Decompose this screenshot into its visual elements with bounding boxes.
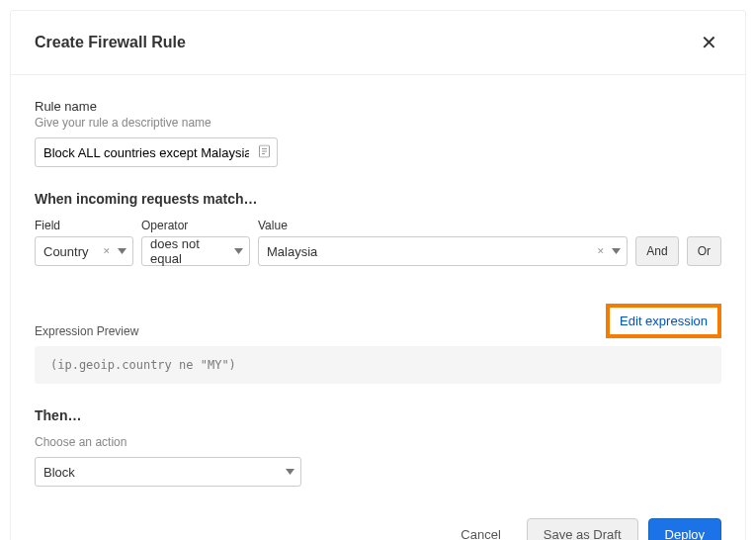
cancel-button[interactable]: Cancel (445, 518, 516, 540)
match-row: Field Country ✕ Operator does not equal … (35, 219, 721, 266)
operator-label: Operator (141, 219, 250, 232)
edit-expression-highlight: Edit expression (606, 304, 721, 338)
operator-col: Operator does not equal (141, 219, 250, 266)
clear-value-icon[interactable]: ✕ (597, 246, 605, 256)
then-title: Then… (35, 407, 721, 423)
modal-header: Create Firewall Rule ✕ (11, 11, 745, 75)
svg-marker-5 (234, 248, 243, 254)
field-value: Country (43, 244, 89, 259)
match-section-title: When incoming requests match… (35, 191, 721, 207)
chevron-down-icon (612, 248, 621, 254)
operator-select[interactable]: does not equal (141, 236, 250, 266)
chevron-down-icon (118, 248, 126, 254)
operator-value: does not equal (150, 236, 225, 266)
and-button[interactable]: And (635, 236, 678, 266)
rule-name-input[interactable] (35, 137, 278, 167)
rule-name-input-wrapper (35, 137, 278, 167)
expression-preview-label: Expression Preview (35, 324, 138, 338)
close-icon: ✕ (701, 32, 717, 53)
save-draft-button[interactable]: Save as Draft (527, 518, 638, 540)
value-label: Value (258, 219, 628, 232)
svg-marker-6 (612, 248, 621, 254)
action-value: Block (43, 465, 75, 480)
edit-expression-link[interactable]: Edit expression (620, 314, 708, 328)
modal-title: Create Firewall Rule (35, 34, 186, 51)
deploy-button[interactable]: Deploy (648, 518, 721, 540)
or-button[interactable]: Or (687, 236, 721, 266)
rule-name-help: Give your rule a descriptive name (35, 116, 721, 130)
modal-body: Rule name Give your rule a descriptive n… (11, 75, 745, 502)
svg-marker-7 (286, 469, 294, 475)
clear-field-icon[interactable]: ✕ (103, 246, 111, 256)
rule-name-label: Rule name (35, 99, 721, 114)
field-col: Field Country ✕ (35, 219, 133, 266)
modal-footer: Cancel Save as Draft Deploy (11, 502, 745, 540)
input-note-icon (259, 145, 270, 160)
chevron-down-icon (234, 248, 243, 254)
chevron-down-icon (286, 469, 294, 475)
value-text: Malaysia (267, 244, 317, 259)
svg-marker-4 (118, 248, 126, 254)
value-select[interactable]: Malaysia ✕ (258, 236, 628, 266)
field-select[interactable]: Country ✕ (35, 236, 133, 266)
close-button[interactable]: ✕ (697, 31, 721, 54)
create-firewall-rule-modal: Create Firewall Rule ✕ Rule name Give yo… (10, 10, 746, 540)
expression-preview-header: Expression Preview Edit expression (35, 304, 721, 338)
expression-preview-code: (ip.geoip.country ne "MY") (35, 346, 721, 384)
field-label: Field (35, 219, 133, 232)
value-col: Value Malaysia ✕ (258, 219, 628, 266)
then-help: Choose an action (35, 435, 721, 449)
action-select[interactable]: Block (35, 457, 301, 487)
